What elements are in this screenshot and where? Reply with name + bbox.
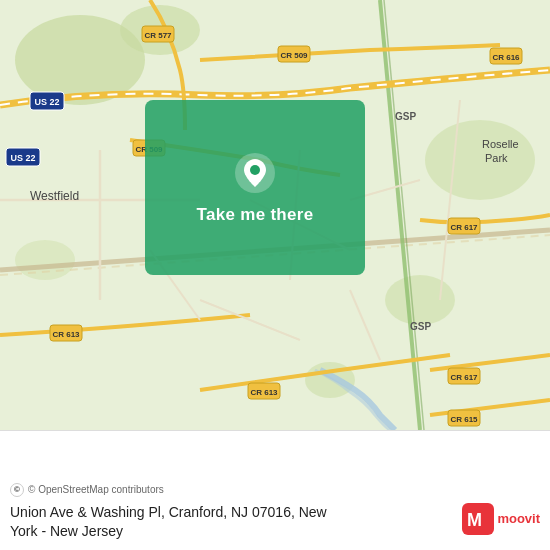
svg-text:CR 577: CR 577 [144,31,172,40]
map-container: US 22 US 22 CR 577 CR 509 CR 509 CR 616 … [0,0,550,430]
svg-text:CR 617: CR 617 [450,373,478,382]
address-line2: York - New Jersey [10,523,123,539]
svg-text:M: M [467,510,482,530]
svg-text:US 22: US 22 [10,153,35,163]
svg-text:Park: Park [485,152,508,164]
address-line1: Union Ave & Washing Pl, Cranford, NJ 070… [10,504,327,520]
svg-text:US 22: US 22 [34,97,59,107]
location-overlay: Take me there [145,100,365,275]
svg-text:CR 509: CR 509 [280,51,308,60]
svg-point-6 [15,240,75,280]
bottom-bar: © © OpenStreetMap contributors Union Ave… [0,430,550,550]
svg-text:GSP: GSP [410,321,431,332]
moovit-logo: M moovit [462,503,540,535]
attribution-text: © OpenStreetMap contributors [28,484,164,495]
svg-text:CR 613: CR 613 [250,388,278,397]
svg-point-4 [385,275,455,325]
svg-text:GSP: GSP [395,111,416,122]
address-row: Union Ave & Washing Pl, Cranford, NJ 070… [10,503,540,542]
location-pin-icon [233,151,277,195]
take-me-there-button[interactable]: Take me there [197,205,314,225]
svg-point-46 [250,165,260,175]
moovit-text: moovit [497,511,540,526]
svg-text:CR 613: CR 613 [52,330,80,339]
svg-point-3 [425,120,535,200]
svg-text:CR 616: CR 616 [492,53,520,62]
address-text: Union Ave & Washing Pl, Cranford, NJ 070… [10,503,452,542]
moovit-icon: M [462,503,494,535]
svg-text:Roselle: Roselle [482,138,519,150]
svg-text:CR 617: CR 617 [450,223,478,232]
svg-text:CR 615: CR 615 [450,415,478,424]
attribution: © © OpenStreetMap contributors [10,483,540,497]
svg-text:Westfield: Westfield [30,189,79,203]
osm-logo: © [10,483,24,497]
